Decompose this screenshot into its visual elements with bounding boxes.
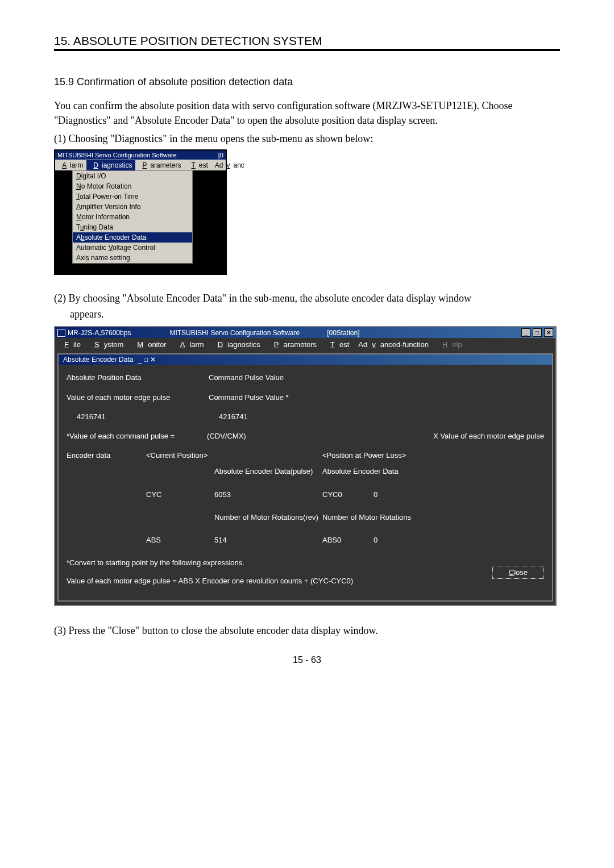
val-cyc: 6053 [214,490,322,500]
dd-amp-ver[interactable]: Amplifier Version Info [73,202,192,212]
dd-axis[interactable]: Axis name setting [73,253,192,263]
lbl-curpos: <Current Position> [146,450,322,461]
lbl-convert: *Convert to starting point by the follow… [67,558,544,568]
maximize-icon[interactable]: □ [533,328,542,337]
dd-avc[interactable]: Automatic Voltage Control [73,243,192,253]
lbl-nmr: Number of Motor Rotations [322,512,411,523]
val-abs: 514 [214,535,322,545]
inner-window: Absolute Encoder Data _ □ ✕ Absolute Pos… [57,353,553,601]
val-cyc0: 0 [374,490,419,500]
diagnostics-dropdown: Digital I/O No Motor Rotation Total Powe… [72,170,193,264]
lbl-cpv-star: Command Pulse Value * [209,393,334,403]
close-button[interactable]: Close [492,566,544,579]
menu-file[interactable]: File [55,339,85,350]
title-left: MR-J2S-A,57600bps [68,329,131,337]
val-motor-edge: 4216741 [67,412,219,422]
step-3: (3) Press the "Close" button to close th… [54,623,560,638]
lbl-encdata: Encoder data [67,450,146,461]
lbl-cyc0: CYC0 [322,490,374,500]
dd-motor-info[interactable]: Motor Information [73,212,192,222]
menu-diagnostics[interactable]: Diagnostics [86,160,135,170]
inner-close-icon[interactable]: ✕ [150,356,156,364]
window-titlebar: MITSUBISHI Servo Configuration Software … [55,151,226,160]
dd-abs-encoder[interactable]: Absolute Encoder Data [73,232,192,243]
app-icon [57,329,65,337]
dd-no-motor[interactable]: No Motor Rotation [73,181,192,191]
lbl-cpv: Command Pulse Value [209,373,334,383]
title-right: [00Station] [327,329,359,337]
menu-alarm[interactable]: Alarm [55,160,86,170]
outer-menubar: File System Monitor Alarm Diagnostics Pa… [55,338,555,351]
outer-titlebar: MR-J2S-A,57600bps MITSUBISHI Servo Confi… [55,327,555,338]
inner-content: Absolute Position Data Command Pulse Val… [59,365,552,600]
dd-tuning[interactable]: Tuning Data [73,222,192,232]
lbl-cyc: CYC [146,490,214,500]
dd-digital-io[interactable]: Digital I/O [73,171,192,181]
lbl-cdvcmx: (CDV/CMX) [207,431,330,441]
menu-advanced[interactable]: Advanc [211,160,248,170]
close-icon[interactable]: ✕ [544,328,553,337]
lbl-vecp: *Value of each command pulse = [67,431,207,441]
menu-adv2[interactable]: Advanced-function [354,339,433,350]
step-2a: (2) By choosing "Absolute Encoder Data" … [54,291,560,306]
menu-monitor[interactable]: Monitor [128,339,171,350]
inner-titlebar: Absolute Encoder Data _ □ ✕ [59,354,552,365]
screenshot-1: MITSUBISHI Servo Configuration Software … [54,149,227,275]
menu-diag2[interactable]: Diagnostics [209,339,265,350]
page-number: 15 - 63 [54,655,560,665]
lbl-nmrrev: Number of Motor Rotations(rev) [214,512,322,523]
dd-total-power[interactable]: Total Power-on Time [73,191,192,202]
section-title: 15.9 Confirmation of absolute position d… [54,76,560,88]
inner-minimize-icon[interactable]: _ [138,356,142,364]
menu-alarm2[interactable]: Alarm [171,339,209,350]
lbl-abs: ABS [146,535,214,545]
screenshot-2: MR-J2S-A,57600bps MITSUBISHI Servo Confi… [54,326,557,606]
lbl-posloss: <Position at Power Loss> [322,450,406,461]
step-2b: appears. [54,307,560,322]
divider [54,49,560,51]
menubar: Alarm Diagnostics Parameters Test Advanc [55,160,226,170]
lbl-xvemep: X Value of each motor edge pulse [330,431,544,441]
minimize-icon[interactable]: _ [521,328,530,337]
menu-param2[interactable]: Parameters [265,339,321,350]
step-1: (1) Choosing "Diagnostics" in the menu o… [54,131,560,146]
val-command-pulse: 4216741 [219,412,344,422]
lbl-aed: Absolute Encoder Data [322,466,399,477]
lbl-aedp: Absolute Encoder Data(pulse) [214,466,322,477]
menu-system[interactable]: System [85,339,128,350]
chapter-title: 15. ABSOLUTE POSITION DETECTION SYSTEM [54,34,560,48]
window-title-suffix: [0 [218,152,223,158]
inner-maximize-icon[interactable]: □ [144,356,148,364]
menu-test[interactable]: Test [184,160,211,170]
lbl-abs0: ABS0 [322,535,374,545]
lbl-apd: Absolute Position Data [67,373,209,383]
window-title: MITSUBISHI Servo Configuration Software [57,152,177,158]
inner-title: Absolute Encoder Data [63,356,133,364]
lbl-vemep: Value of each motor edge pulse [67,393,209,403]
lbl-formula: Value of each motor edge pulse = ABS X E… [67,576,544,586]
menu-parameters[interactable]: Parameters [135,160,184,170]
paragraph-1: You can confirm the absolute position da… [54,98,560,128]
menu-help[interactable]: Help [433,339,467,350]
val-abs0: 0 [374,535,419,545]
title-center: MITSUBISHI Servo Configuration Software [169,329,300,337]
menu-test2[interactable]: Test [321,339,354,350]
